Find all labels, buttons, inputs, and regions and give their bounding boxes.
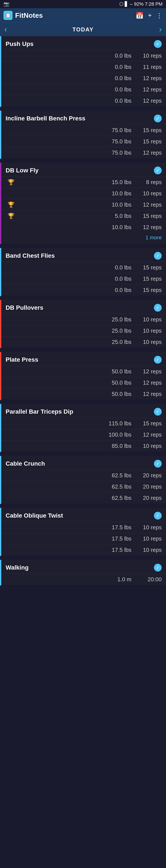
set-row-8-0[interactable]: 17.5 lbs10 reps bbox=[1, 522, 166, 533]
set-row-4-2[interactable]: 25.0 lbs10 reps bbox=[1, 336, 166, 348]
set-row-7-0[interactable]: 62.5 lbs20 reps bbox=[1, 470, 166, 481]
set-weight-1-2: 75.0 lbs bbox=[16, 149, 136, 156]
exercise-check-4[interactable]: ✓ bbox=[154, 304, 162, 312]
set-weight-3-1: 0.0 lbs bbox=[16, 276, 136, 282]
set-weight-4-1: 25.0 lbs bbox=[16, 328, 136, 334]
exercise-header-3[interactable]: Band Chest Flies✓ bbox=[1, 248, 166, 262]
exercise-section-3: Band Chest Flies✓0.0 lbs15 reps0.0 lbs15… bbox=[0, 248, 166, 297]
section-gap-6 bbox=[0, 453, 166, 456]
exercise-section-0: Push Ups✓0.0 lbs10 reps0.0 lbs11 reps0.0… bbox=[0, 36, 166, 107]
set-weight-0-3: 0.0 lbs bbox=[16, 86, 136, 93]
exercise-check-1[interactable]: ✓ bbox=[154, 115, 162, 122]
set-row-6-1[interactable]: 100.0 lbs12 reps bbox=[1, 429, 166, 440]
signal-icon: ▋ bbox=[125, 1, 128, 7]
exercise-name-9: Walking bbox=[6, 564, 29, 571]
calendar-button[interactable]: 📅 bbox=[135, 12, 143, 19]
exercise-section-1: Incline Barbell Bench Press✓75.0 lbs15 r… bbox=[0, 111, 166, 159]
set-reps-0-2: 12 reps bbox=[136, 75, 162, 82]
set-row-4-1[interactable]: 25.0 lbs10 reps bbox=[1, 325, 166, 336]
section-gap-0 bbox=[0, 107, 166, 111]
logo-icon: 📋 bbox=[5, 12, 11, 18]
set-row-2-2[interactable]: 🏆10.0 lbs12 reps bbox=[1, 199, 166, 210]
exercise-header-0[interactable]: Push Ups✓ bbox=[1, 36, 166, 50]
status-right: ⬡ ▋ ⌢ 92% 7:28 PM bbox=[119, 1, 163, 7]
set-weight-0-2: 0.0 lbs bbox=[16, 75, 136, 82]
set-reps-5-1: 12 reps bbox=[136, 379, 162, 386]
set-reps-4-0: 10 reps bbox=[136, 316, 162, 323]
set-row-4-0[interactable]: 25.0 lbs10 reps bbox=[1, 314, 166, 325]
set-row-8-2[interactable]: 17.5 lbs10 reps bbox=[1, 544, 166, 556]
exercise-name-6: Parallel Bar Triceps Dip bbox=[6, 408, 73, 415]
set-row-0-4[interactable]: 0.0 lbs12 reps bbox=[1, 95, 166, 106]
menu-button[interactable]: ⋮ bbox=[156, 12, 163, 19]
set-weight-9-0: 1.0 m bbox=[16, 576, 136, 583]
set-row-5-2[interactable]: 50.0 lbs12 reps bbox=[1, 388, 166, 400]
exercise-header-7[interactable]: Cable Crunch✓ bbox=[1, 456, 166, 470]
app-title: FitNotes bbox=[15, 11, 133, 20]
set-reps-3-0: 15 reps bbox=[136, 264, 162, 271]
prev-day-button[interactable]: ‹ bbox=[4, 25, 7, 34]
more-sets-link-2[interactable]: 1 more bbox=[1, 233, 166, 244]
section-gap-3 bbox=[0, 297, 166, 300]
set-row-5-1[interactable]: 50.0 lbs12 reps bbox=[1, 377, 166, 388]
set-row-0-2[interactable]: 0.0 lbs12 reps bbox=[1, 72, 166, 84]
set-weight-1-1: 75.0 lbs bbox=[16, 138, 136, 145]
set-weight-5-2: 50.0 lbs bbox=[16, 391, 136, 397]
set-row-2-1[interactable]: 10.0 lbs10 reps bbox=[1, 188, 166, 199]
set-row-8-1[interactable]: 17.5 lbs10 reps bbox=[1, 533, 166, 544]
set-row-2-3[interactable]: 🏆5.0 lbs15 reps bbox=[1, 210, 166, 221]
set-row-1-0[interactable]: 75.0 lbs15 reps bbox=[1, 125, 166, 136]
section-gap-9 bbox=[0, 586, 166, 589]
exercise-check-5[interactable]: ✓ bbox=[154, 356, 162, 364]
set-reps-0-0: 10 reps bbox=[136, 53, 162, 59]
add-button[interactable]: + bbox=[148, 12, 152, 19]
set-reps-2-1: 10 reps bbox=[136, 190, 162, 197]
status-bar: 📷 ⬡ ▋ ⌢ 92% 7:28 PM bbox=[0, 0, 166, 8]
set-row-7-2[interactable]: 62.5 lbs20 reps bbox=[1, 492, 166, 503]
set-weight-7-1: 62.5 lbs bbox=[16, 484, 136, 490]
exercise-check-9[interactable]: ✓ bbox=[154, 564, 162, 571]
exercise-header-8[interactable]: Cable Oblique Twist✓ bbox=[1, 508, 166, 522]
exercise-check-7[interactable]: ✓ bbox=[154, 460, 162, 468]
set-reps-6-0: 15 reps bbox=[136, 420, 162, 427]
exercise-header-9[interactable]: Walking✓ bbox=[1, 560, 166, 574]
set-reps-7-0: 20 reps bbox=[136, 472, 162, 479]
exercise-check-0[interactable]: ✓ bbox=[154, 40, 162, 48]
camera-icon: 📷 bbox=[3, 1, 9, 7]
section-gap-1 bbox=[0, 159, 166, 163]
set-row-3-0[interactable]: 0.0 lbs15 reps bbox=[1, 262, 166, 273]
set-row-9-0[interactable]: 1.0 m20:00 bbox=[1, 574, 166, 585]
set-row-0-0[interactable]: 0.0 lbs10 reps bbox=[1, 50, 166, 61]
set-reps-5-0: 12 reps bbox=[136, 368, 162, 375]
set-reps-7-1: 20 reps bbox=[136, 484, 162, 490]
set-weight-7-0: 62.5 lbs bbox=[16, 472, 136, 479]
exercise-check-3[interactable]: ✓ bbox=[154, 252, 162, 260]
exercise-header-4[interactable]: DB Pullovers✓ bbox=[1, 300, 166, 314]
set-row-1-2[interactable]: 75.0 lbs12 reps bbox=[1, 147, 166, 158]
set-row-3-2[interactable]: 0.0 lbs15 reps bbox=[1, 284, 166, 296]
exercise-header-6[interactable]: Parallel Bar Triceps Dip✓ bbox=[1, 404, 166, 418]
next-day-button[interactable]: › bbox=[159, 25, 162, 34]
set-reps-2-4: 12 reps bbox=[136, 224, 162, 230]
exercise-header-2[interactable]: DB Low Fly✓ bbox=[1, 163, 166, 177]
set-reps-8-1: 10 reps bbox=[136, 535, 162, 542]
set-row-0-1[interactable]: 0.0 lbs11 reps bbox=[1, 61, 166, 72]
set-row-1-1[interactable]: 75.0 lbs15 reps bbox=[1, 136, 166, 147]
app-header: 📋 FitNotes 📅 + ⋮ bbox=[0, 8, 166, 23]
exercise-header-5[interactable]: Plate Press✓ bbox=[1, 352, 166, 366]
exercise-check-8[interactable]: ✓ bbox=[154, 512, 162, 520]
set-row-6-0[interactable]: 115.0 lbs15 reps bbox=[1, 418, 166, 429]
exercise-header-1[interactable]: Incline Barbell Bench Press✓ bbox=[1, 111, 166, 125]
set-row-3-1[interactable]: 0.0 lbs15 reps bbox=[1, 273, 166, 284]
exercise-name-3: Band Chest Flies bbox=[6, 252, 55, 259]
set-row-7-1[interactable]: 62.5 lbs20 reps bbox=[1, 481, 166, 492]
set-reps-4-1: 10 reps bbox=[136, 328, 162, 334]
exercise-check-6[interactable]: ✓ bbox=[154, 408, 162, 415]
exercise-check-2[interactable]: ✓ bbox=[154, 166, 162, 174]
set-reps-1-2: 12 reps bbox=[136, 149, 162, 156]
set-row-0-3[interactable]: 0.0 lbs12 reps bbox=[1, 84, 166, 95]
set-row-5-0[interactable]: 50.0 lbs12 reps bbox=[1, 366, 166, 377]
set-row-6-2[interactable]: 85.0 lbs10 reps bbox=[1, 440, 166, 452]
set-row-2-4[interactable]: 10.0 lbs12 reps bbox=[1, 221, 166, 233]
set-row-2-0[interactable]: 🏆15.0 lbs8 reps bbox=[1, 177, 166, 188]
